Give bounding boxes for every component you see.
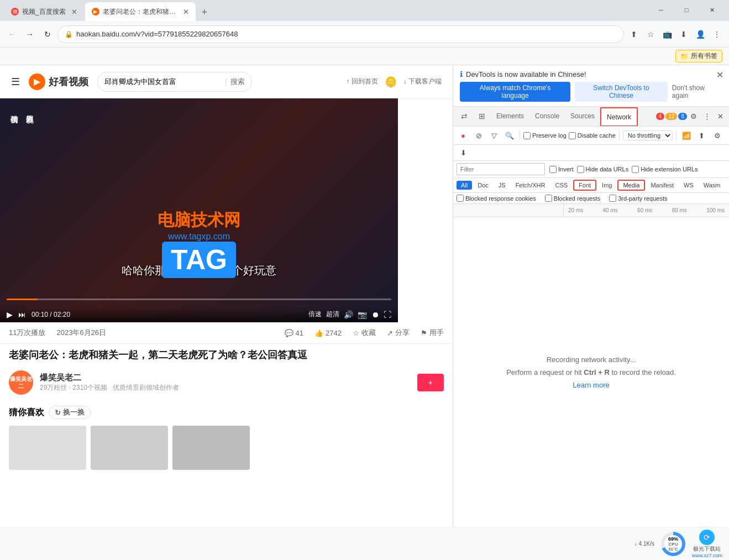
share-action[interactable]: ↗ 分享 [387, 328, 410, 338]
volume-button[interactable]: 🔊 [344, 310, 353, 319]
speed-label[interactable]: 倍速 [308, 310, 322, 319]
disable-cache-label[interactable]: Disable cache [569, 132, 616, 139]
hide-data-checkbox[interactable] [577, 166, 584, 173]
report-action[interactable]: ⚑ 用手 [421, 328, 444, 338]
switch-chinese-button[interactable]: Switch DevTools to Chinese [575, 82, 668, 102]
third-party-label[interactable]: 3rd-party requests [609, 195, 667, 202]
dt-upload-button[interactable]: ⬆ [695, 129, 709, 142]
invert-checkbox[interactable] [549, 166, 557, 173]
dt-wifi-button[interactable]: 📶 [680, 129, 693, 142]
dt-filter-input[interactable] [457, 163, 545, 175]
follow-button[interactable]: + [417, 374, 444, 391]
download-icon[interactable]: ⬇ [676, 27, 691, 42]
close-button[interactable]: ✕ [699, 2, 725, 18]
share-icon[interactable]: ⬆ [626, 27, 642, 42]
collect-action[interactable]: ☆ 收藏 [353, 328, 376, 338]
reco-thumb-2[interactable] [91, 426, 168, 470]
dt-filter-button[interactable]: ▽ [487, 129, 501, 142]
menu-icon[interactable]: ⋮ [709, 27, 725, 42]
tab-bar: 微 视频_百度搜索 ✕ ▶ 老婆问老公：老虎和猪关一起... ✕ + ─ □ ✕ [0, 0, 729, 21]
tab-1-close[interactable]: ✕ [71, 8, 77, 16]
type-filter-ws[interactable]: WS [679, 181, 698, 190]
blocked-requests-label[interactable]: Blocked requests [545, 195, 600, 202]
blocked-response-label[interactable]: Blocked response cookies [457, 195, 536, 202]
next-button[interactable]: ⏭ [18, 310, 26, 319]
reco-refresh-button[interactable]: ↻ 换一换 [49, 406, 91, 419]
tab-2-close[interactable]: ✕ [183, 8, 189, 16]
disable-cache-checkbox[interactable] [569, 132, 576, 139]
dt-settings-button[interactable]: ⚙ [687, 110, 700, 123]
dt-search-button[interactable]: 🔍 [503, 129, 516, 142]
invert-label[interactable]: Invert [549, 166, 574, 173]
reload-button[interactable]: ↻ [40, 27, 55, 42]
new-tab-button[interactable]: + [197, 4, 212, 20]
record-button[interactable]: ⏺ [371, 310, 379, 319]
site-search-button[interactable]: 搜索 [230, 77, 245, 87]
dt-tab-elements[interactable]: Elements [491, 107, 529, 126]
maximize-button[interactable]: □ [674, 2, 699, 18]
header-download[interactable]: ↓ 下载客户端 [403, 77, 442, 86]
like-action[interactable]: 👍 2742 [314, 328, 342, 338]
preserve-log-checkbox[interactable] [523, 132, 531, 139]
notif-close-button[interactable]: ✕ [716, 70, 723, 80]
all-bookmarks-folder[interactable]: 📁 所有书签 [675, 50, 722, 62]
reco-thumb-1[interactable] [9, 426, 86, 470]
screenshot-button[interactable]: 📷 [358, 310, 367, 319]
site-search-input[interactable] [104, 77, 222, 86]
profile-icon[interactable]: 👤 [693, 27, 708, 42]
dt-more-button[interactable]: ⋮ [700, 110, 714, 123]
type-filter-css[interactable]: CSS [550, 181, 572, 190]
reco-thumb-3[interactable] [172, 426, 250, 470]
hide-data-label[interactable]: Hide data URLs [577, 166, 629, 173]
dt-clear-button[interactable]: ⊘ [472, 129, 485, 142]
bookmark-icon[interactable]: ☆ [643, 27, 658, 42]
learn-more-link[interactable]: Learn more [573, 381, 609, 389]
preserve-log-label[interactable]: Preserve log [523, 132, 567, 139]
back-button[interactable]: ← [4, 27, 20, 42]
blocked-requests-checkbox[interactable] [545, 195, 552, 202]
throttle-select[interactable]: No throttling [623, 130, 673, 140]
video-progress-bar[interactable] [7, 299, 391, 300]
quality-label[interactable]: 超清 [326, 310, 339, 319]
hide-ext-label[interactable]: Hide extension URLs [632, 166, 697, 173]
type-filter-manifest[interactable]: Manifest [646, 181, 678, 190]
forward-button[interactable]: → [22, 27, 38, 42]
dt-tab-layers[interactable]: ⊞ [473, 107, 491, 126]
dt-tab-network[interactable]: Network [600, 107, 638, 127]
type-filter-js[interactable]: JS [494, 181, 510, 190]
type-filter-doc[interactable]: Doc [473, 181, 493, 190]
dt-tab-sources[interactable]: Sources [565, 107, 600, 126]
address-bar[interactable]: 🔒 haokan.baidu.com/v?vid=577918552298206… [57, 25, 624, 43]
hamburger-menu[interactable]: ☰ [11, 76, 20, 88]
blocked-response-checkbox[interactable] [457, 195, 464, 202]
play-button[interactable]: ▶ [7, 310, 13, 319]
dt-download-icon[interactable]: ⬇ [457, 146, 470, 159]
type-filter-other[interactable]: Other [726, 181, 729, 190]
dt-record-button[interactable]: ● [457, 129, 470, 142]
dt-toolbar-settings-button[interactable]: ⚙ [711, 129, 724, 142]
third-party-checkbox[interactable] [609, 195, 616, 202]
dt-tab-pointer[interactable]: ⇄ [455, 107, 473, 126]
type-filter-all[interactable]: All [457, 181, 472, 190]
header-coin[interactable]: 🪙 [385, 76, 397, 88]
type-filter-font[interactable]: Font [573, 180, 596, 191]
dt-close-button[interactable]: ✕ [714, 110, 727, 123]
match-language-button[interactable]: Always match Chrome's language [460, 82, 570, 102]
type-filter-fetchxhr[interactable]: Fetch/XHR [511, 181, 550, 190]
cast-icon[interactable]: 📺 [659, 27, 675, 42]
type-filter-media[interactable]: Media [617, 180, 645, 191]
type-filter-wasm[interactable]: Wasm [699, 181, 725, 190]
devtools-tabs: ⇄ ⊞ Elements Console Sources Network 4 [453, 107, 729, 127]
video-progress-area[interactable] [0, 299, 398, 305]
dt-tab-console[interactable]: Console [529, 107, 565, 126]
fullscreen-button[interactable]: ⛶ [384, 310, 391, 319]
header-back-top[interactable]: ↑ 回到首页 [346, 77, 377, 86]
tab-2[interactable]: ▶ 老婆问老公：老虎和猪关一起... ✕ [85, 2, 196, 21]
site-search-bar[interactable]: | 搜索 [97, 72, 252, 92]
tab-1[interactable]: 微 视频_百度搜索 ✕ [4, 2, 84, 21]
minimize-button[interactable]: ─ [648, 2, 674, 18]
type-filter-img[interactable]: Img [597, 181, 616, 190]
comment-action[interactable]: 💬 41 [285, 328, 303, 338]
dont-show-again[interactable]: Don't show again [672, 84, 722, 100]
hide-ext-checkbox[interactable] [632, 166, 639, 173]
